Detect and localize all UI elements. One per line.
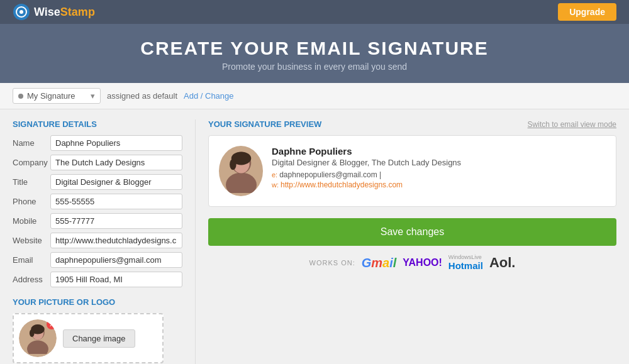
works-on: WORKS ON: Gmail YAHOO! WindowsLive Hotma…: [208, 255, 616, 271]
field-row-company: Company: [13, 155, 182, 170]
preview-box: Daphne Populiers Digital Designer & Blog…: [208, 135, 616, 207]
field-row-name: Name: [13, 135, 182, 151]
chevron-down-icon: ▾: [91, 91, 95, 101]
hero-section: CREATE YOUR EMAIL SIGNATURE Promote your…: [0, 24, 629, 83]
logo-text: WiseStamp: [34, 6, 95, 19]
upgrade-button[interactable]: Upgrade: [558, 3, 616, 21]
wisestamp-logo-icon: [13, 3, 30, 21]
yahoo-logo: YAHOO!: [403, 257, 442, 268]
picture-title: YOUR PICTURE OR LOGO: [13, 297, 182, 307]
field-input-address[interactable]: [50, 272, 182, 287]
field-label-company: Company: [13, 158, 50, 167]
sig-details-title: SIGNATURE DETAILS: [13, 119, 182, 129]
right-panel: YOUR SIGNATURE PREVIEW Switch to email v…: [208, 119, 616, 364]
field-input-phone[interactable]: [50, 194, 182, 209]
picture-section: YOUR PICTURE OR LOGO ✕: [13, 297, 182, 364]
field-label-phone: Phone: [13, 197, 50, 206]
field-row-address: Address: [13, 272, 182, 287]
hero-title: CREATE YOUR EMAIL SIGNATURE: [13, 38, 616, 59]
gmail-logo: Gmail: [362, 256, 397, 270]
field-label-address: Address: [13, 275, 50, 284]
svg-point-12: [230, 159, 237, 170]
hero-subtitle: Promote your business in every email you…: [13, 62, 616, 72]
preview-name: Daphne Populiers: [272, 146, 461, 157]
field-row-mobile: Mobile: [13, 213, 182, 229]
field-label-title: Title: [13, 177, 50, 187]
preview-email: daphnepopuliers@gmail.com |: [279, 170, 381, 179]
aol-logo: Aol.: [489, 255, 516, 271]
add-change-link[interactable]: Add / Change: [184, 91, 234, 101]
vertical-divider: [195, 119, 196, 364]
field-input-website[interactable]: [50, 233, 182, 248]
field-label-email: Email: [13, 255, 50, 265]
change-image-button[interactable]: Change image: [63, 329, 135, 348]
preview-avatar-silhouette: [221, 149, 262, 193]
preview-title-line: Digital Designer & Blogger, The Dutch La…: [272, 158, 461, 167]
svg-point-7: [30, 329, 35, 337]
preview-website: http://www.thedutchladydesigns.com: [281, 180, 403, 189]
svg-point-9: [226, 173, 257, 193]
hotmail-logo: WindowsLive Hotmail: [448, 255, 483, 271]
email-label: e:: [272, 171, 277, 179]
signature-name: My Signature: [27, 91, 75, 101]
preview-info: Daphne Populiers Digital Designer & Blog…: [272, 146, 461, 189]
field-row-phone: Phone: [13, 194, 182, 209]
sig-dot: [18, 94, 23, 99]
preview-email-line: e:daphnepopuliers@gmail.com |: [272, 170, 461, 179]
logo-wise: Wise: [34, 6, 60, 18]
field-input-name[interactable]: [50, 135, 182, 151]
field-input-title[interactable]: [50, 174, 182, 190]
svg-point-2: [19, 10, 23, 14]
preview-website-line: w:http://www.thedutchladydesigns.com: [272, 180, 461, 189]
field-label-mobile: Mobile: [13, 216, 50, 226]
field-label-name: Name: [13, 138, 50, 148]
svg-point-4: [27, 340, 48, 354]
picture-box: ✕ Change image: [13, 313, 164, 363]
avatar-thumb: ✕: [19, 319, 57, 357]
toolbar-assigned-text: assigned as default: [107, 91, 177, 101]
left-panel: SIGNATURE DETAILS Name Company Title Pho…: [13, 119, 182, 364]
field-row-website: Website: [13, 233, 182, 248]
works-on-label: WORKS ON:: [309, 259, 355, 267]
field-input-company[interactable]: [50, 155, 182, 170]
save-changes-button[interactable]: Save changes: [208, 218, 616, 246]
field-input-email[interactable]: [50, 252, 182, 268]
main-content: SIGNATURE DETAILS Name Company Title Pho…: [0, 109, 629, 364]
field-input-mobile[interactable]: [50, 213, 182, 229]
field-row-email: Email: [13, 252, 182, 268]
switch-mode-link[interactable]: Switch to email view mode: [528, 120, 616, 129]
preview-avatar: [219, 146, 263, 196]
website-label: w:: [272, 181, 279, 189]
remove-image-icon[interactable]: ✕: [47, 319, 57, 329]
logo-area: WiseStamp: [13, 3, 95, 21]
logo-stamp: Stamp: [60, 6, 95, 18]
preview-header: YOUR SIGNATURE PREVIEW Switch to email v…: [208, 119, 616, 129]
signature-selector[interactable]: My Signature ▾: [13, 88, 101, 104]
field-row-title: Title: [13, 174, 182, 190]
signature-details-section: SIGNATURE DETAILS Name Company Title Pho…: [13, 119, 182, 287]
field-label-website: Website: [13, 236, 50, 245]
header: WiseStamp Upgrade: [0, 0, 629, 24]
toolbar: My Signature ▾ assigned as default Add /…: [0, 83, 629, 109]
preview-title: YOUR SIGNATURE PREVIEW: [208, 119, 321, 129]
